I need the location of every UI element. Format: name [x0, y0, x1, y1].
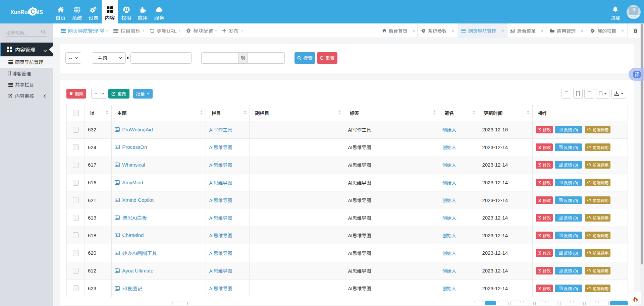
svg-text:C: C: [31, 8, 35, 15]
